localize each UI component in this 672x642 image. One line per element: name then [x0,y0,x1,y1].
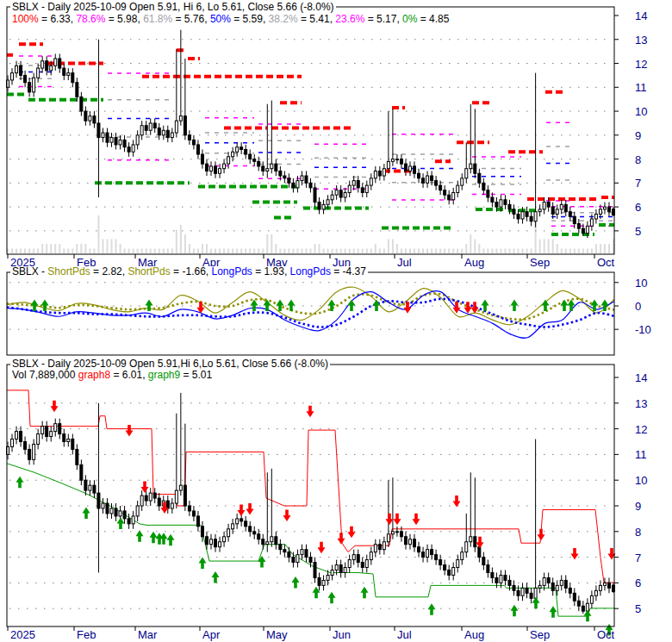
shortpds-value-1: = 2.82, [90,265,128,277]
svg-text:Oct: Oct [597,256,615,269]
svg-text:14: 14 [635,9,647,22]
bottom-title-text: SBLX - Daily 2025-10-09 Open 5.91,Hi 6,L… [12,358,328,370]
svg-text:6: 6 [635,201,641,214]
svg-text:10: 10 [635,474,647,487]
svg-text:10: 10 [635,105,647,118]
fib-786-label: 78.6% [76,13,105,25]
fib-382-value: = 5.41, [298,13,336,25]
svg-text:Mar: Mar [138,628,158,641]
svg-text:12: 12 [635,58,647,71]
svg-text:7: 7 [635,177,641,190]
svg-text:9: 9 [635,129,641,142]
chart-canvas: 1413121110987652025FebMarAprMayJunJulAug… [0,0,672,642]
svg-text:-10: -10 [635,323,651,336]
svg-text:Sep: Sep [530,256,550,269]
svg-text:13: 13 [635,397,647,410]
svg-text:13: 13 [635,34,647,47]
graph8-value: = 6.01, [110,369,148,381]
svg-text:10: 10 [635,277,647,290]
chart-window: 1413121110987652025FebMarAprMayJunJulAug… [0,0,672,642]
fib-100-label: 100% [12,13,39,25]
graph8-label: graph8 [78,369,110,381]
svg-text:Aug: Aug [464,256,484,269]
fib-legend: 100% = 6.33, 78.6% = 5.98, 61.8% = 5.76,… [10,14,451,25]
longpds-label-2: LongPds [290,265,331,277]
fib-50-value: = 5.59, [231,13,269,25]
longpds-value-1: = 1.93, [252,265,290,277]
svg-text:9: 9 [635,500,641,513]
svg-text:Jun: Jun [333,628,351,641]
graph9-value: = 5.01 [180,369,212,381]
svg-text:Sep: Sep [530,628,550,641]
shortpds-label-1: ShortPds [47,265,90,277]
svg-text:6: 6 [635,577,641,589]
svg-text:Jul: Jul [397,256,412,269]
svg-text:12: 12 [635,423,647,436]
svg-text:11: 11 [635,448,647,461]
svg-text:Oct: Oct [597,628,615,641]
svg-text:14: 14 [635,371,647,384]
bottom-price-panel[interactable]: 1413121110987652025FebMarAprMayJunJulAug… [7,365,648,641]
svg-text:7: 7 [635,552,641,564]
price-panel-title: SBLX - Daily 2025-10-09 Open 5.91, Hi 6,… [10,2,336,13]
svg-text:Aug: Aug [464,628,484,641]
volume-value: Vol 7,889,000 [12,369,78,381]
longpds-label-1: LongPds [211,265,252,277]
volume-legend: Vol 7,889,000 graph8 = 6.01, graph9 = 5.… [10,370,214,381]
price-title-text: SBLX - Daily 2025-10-09 Open 5.91, Hi 6,… [12,1,334,13]
oscillator-panel[interactable]: 100-10 [7,272,651,355]
fib-382-label: 38.2% [269,13,298,25]
fib-618-value: = 5.76, [172,13,210,25]
svg-text:Jul: Jul [397,628,412,641]
fib-236-label: 23.6% [335,13,364,25]
graph9-label: graph9 [148,369,180,381]
fib-618-label: 61.8% [143,13,172,25]
longpds-value-2: = -4.37 [331,265,366,277]
svg-text:8: 8 [635,153,641,166]
svg-text:8: 8 [635,526,641,539]
shortpds-value-2: = -1.66, [171,265,212,277]
fib-100-value: = 6.33, [39,13,77,25]
fib-786-value: = 5.98, [105,13,143,25]
svg-text:2025: 2025 [10,628,35,641]
svg-text:Apr: Apr [202,628,221,641]
shortpds-label-2: ShortPds [128,265,170,277]
price-panel[interactable]: 1413121110987652025FebMarAprMayJunJulAug… [7,7,648,269]
fib-50-label: 50% [210,13,231,25]
fib-236-value: = 5.17, [364,13,402,25]
svg-text:5: 5 [635,225,641,238]
oscillator-symbol: SBLX - [12,265,47,277]
svg-text:0: 0 [635,300,641,313]
fib-0-label: 0% [402,13,417,25]
svg-text:May: May [266,628,288,641]
fib-0-value: = 4.85 [417,13,449,25]
svg-text:5: 5 [635,602,641,615]
svg-text:Feb: Feb [77,628,96,641]
svg-text:11: 11 [635,81,647,94]
oscillator-panel-title: SBLX - ShortPds = 2.82, ShortPds = -1.66… [10,266,368,277]
